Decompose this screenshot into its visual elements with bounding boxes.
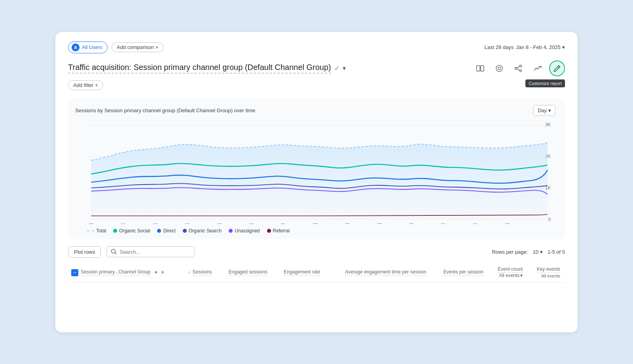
legend-organic-search-label: Organic Search: [189, 228, 222, 234]
legend-organic-search-dot: [183, 229, 187, 233]
rows-per-page-label: Rows per page:: [492, 249, 528, 255]
legend-total[interactable]: Total: [87, 228, 106, 234]
legend-direct-label: Direct: [163, 228, 175, 234]
svg-text:17: 17: [217, 223, 222, 224]
share-icon-button[interactable]: [511, 61, 525, 75]
svg-line-9: [558, 66, 559, 68]
compare-icon: [476, 64, 485, 73]
legend-referral-label: Referral: [273, 228, 290, 234]
svg-point-6: [520, 70, 522, 72]
engagement-rate-label: Engagement rate: [284, 269, 320, 276]
add-column-button[interactable]: +: [161, 268, 165, 277]
all-events-label: All events: [499, 273, 519, 279]
sessions-label: Sessions: [193, 269, 212, 276]
legend-organic-search[interactable]: Organic Search: [183, 228, 222, 234]
customize-report-button[interactable]: [549, 60, 565, 76]
legend-organic-social[interactable]: Organic Social: [113, 228, 150, 234]
date-range-chevron: ▾: [562, 44, 565, 50]
search-input[interactable]: [119, 249, 191, 255]
avg-engagement-label: Average engagement time per session: [345, 269, 426, 276]
day-selector[interactable]: Day ▾: [533, 105, 555, 116]
filter-row: Add filter +: [68, 80, 565, 90]
svg-point-5: [515, 67, 517, 69]
svg-text:27: 27: [377, 223, 382, 224]
svg-text:25: 25: [345, 223, 350, 224]
main-card: A All Users Add comparison + Last 28 day…: [55, 32, 578, 332]
table-header-row: – Session primary...Channel Group ▾ + ↓ …: [68, 262, 565, 283]
legend-organic-social-label: Organic Social: [119, 228, 150, 234]
col-header-sessions[interactable]: ↓ Sessions: [179, 262, 216, 283]
top-bar: A All Users Add comparison + Last 28 day…: [68, 41, 565, 53]
svg-text:21: 21: [281, 223, 286, 224]
svg-text:15: 15: [185, 223, 190, 224]
date-range-selector[interactable]: Jan 8 - Feb 4, 2025 ▾: [516, 44, 565, 50]
col-header-events-per-session: Events per session: [431, 262, 489, 283]
svg-rect-1: [481, 66, 484, 71]
svg-text:19: 19: [249, 223, 254, 224]
chart-area: 3K 2K 1K 0: [75, 121, 555, 224]
events-per-session-label: Events per session: [443, 269, 483, 276]
legend-total-label: Total: [96, 228, 106, 234]
legend-referral[interactable]: Referral: [267, 228, 290, 234]
col-header-key-events: Key events All events: [527, 262, 565, 283]
legend-unassigned-dot: [229, 229, 233, 233]
add-comparison-button[interactable]: Add comparison +: [112, 42, 164, 52]
page-info: 1-5 of 5: [548, 249, 565, 255]
svg-text:3K: 3K: [545, 122, 551, 127]
add-filter-button[interactable]: Add filter +: [68, 80, 103, 90]
svg-text:01: 01: [473, 223, 478, 224]
plot-rows-button[interactable]: Plot rows: [68, 246, 101, 258]
share-icon: [514, 64, 523, 73]
svg-text:23: 23: [313, 223, 318, 224]
chart-title: Sessions by Session primary channel grou…: [75, 108, 255, 113]
session-primary-dropdown[interactable]: ▾: [155, 270, 157, 276]
all-users-pill[interactable]: A All Users: [68, 41, 108, 53]
trend-icon-button[interactable]: [530, 61, 544, 75]
col-header-engagement-rate: Engagement rate: [272, 262, 325, 283]
rows-chevron: ▾: [540, 249, 543, 255]
title-check-icon: ✓: [334, 64, 339, 72]
table-toolbar-right: Rows per page: 10 ▾ 1-5 of 5: [492, 249, 565, 255]
sessions-sort-arrow: ↓: [188, 269, 190, 275]
svg-line-35: [115, 253, 117, 255]
svg-line-7: [517, 66, 520, 68]
svg-point-3: [498, 67, 501, 70]
add-filter-plus: +: [95, 82, 98, 88]
event-count-label: Event count: [498, 266, 523, 273]
data-table: – Session primary...Channel Group ▾ + ↓ …: [68, 262, 565, 283]
title-chevron-icon[interactable]: ▾: [343, 64, 346, 72]
col-header-avg-engagement: Average engagement time per session: [325, 262, 431, 283]
legend-unassigned[interactable]: Unassigned: [229, 228, 260, 234]
title-row: Traffic acquisition: Session primary cha…: [68, 60, 565, 76]
top-bar-right: Last 28 days Jan 8 - Feb 4, 2025 ▾: [485, 44, 565, 50]
svg-point-4: [520, 65, 522, 67]
select-all-checkbox[interactable]: –: [71, 269, 78, 276]
svg-text:13: 13: [153, 223, 158, 224]
svg-line-8: [517, 69, 520, 70]
col-header-engaged-sessions: Engaged sessions: [216, 262, 272, 283]
chart-header: Sessions by Session primary channel grou…: [75, 105, 555, 116]
legend-direct[interactable]: Direct: [157, 228, 175, 234]
customize-report-tooltip: Customize report: [525, 79, 565, 87]
search-box: [106, 246, 195, 257]
title-left: Traffic acquisition: Session primary cha…: [68, 63, 346, 74]
svg-text:11: 11: [121, 223, 126, 224]
legend-organic-social-dot: [113, 229, 117, 233]
bookmark-icon-button[interactable]: [492, 61, 506, 75]
svg-text:0: 0: [548, 217, 551, 221]
table-toolbar-left: Plot rows: [68, 246, 195, 258]
add-filter-label: Add filter: [73, 82, 93, 88]
chart-svg: 3K 2K 1K 0: [75, 121, 555, 224]
all-events-select[interactable]: All events ▾: [491, 273, 523, 279]
all-users-label: All Users: [82, 44, 102, 50]
legend-direct-dot: [157, 229, 161, 233]
trend-icon: [533, 64, 542, 73]
compare-icon-button[interactable]: [473, 61, 487, 75]
add-comparison-plus: +: [155, 44, 159, 50]
engaged-sessions-label: Engaged sessions: [229, 269, 267, 276]
date-range-value: Jan 8 - Feb 4, 2025: [516, 44, 561, 50]
col-header-event-count: Event count All events ▾: [488, 262, 527, 283]
rows-per-page-select[interactable]: 10 ▾: [533, 249, 542, 255]
col-header-session-primary: – Session primary...Channel Group ▾ +: [68, 262, 179, 283]
edit-icon: [553, 64, 561, 72]
